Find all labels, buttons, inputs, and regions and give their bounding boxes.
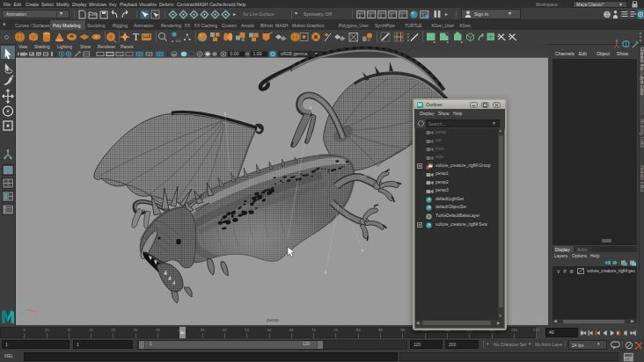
svg-text:persp: persp [267,317,279,322]
svg-text:x: x [434,40,436,43]
svg-text:x: x [447,40,450,43]
svg-text:SVG: SVG [143,34,150,38]
svg-text:T: T [133,32,139,42]
svg-text:x: x [461,40,464,43]
svg-text:0,0: 0,0 [176,40,180,43]
svg-text:x: x [172,39,174,43]
